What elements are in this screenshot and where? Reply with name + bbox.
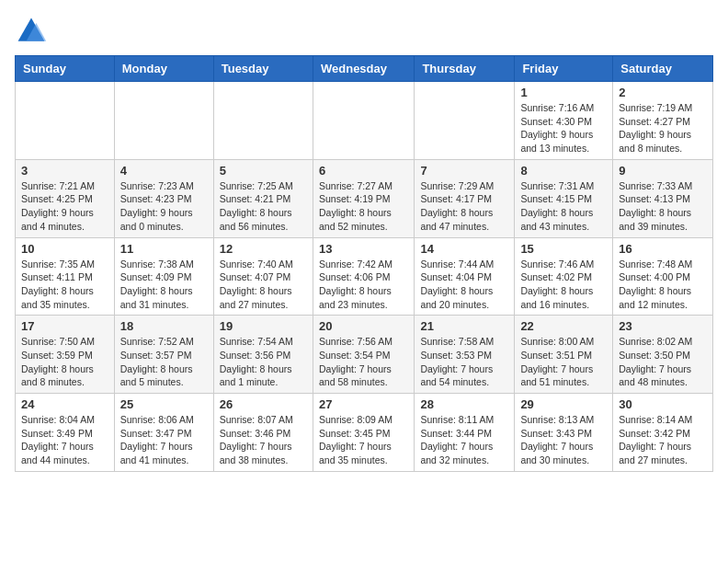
day-info: Sunrise: 7:16 AM Sunset: 4:30 PM Dayligh… — [520, 101, 607, 155]
day-of-week-header: Tuesday — [213, 56, 313, 82]
day-info: Sunrise: 8:06 AM Sunset: 3:47 PM Dayligh… — [120, 413, 208, 467]
day-info: Sunrise: 8:09 AM Sunset: 3:45 PM Dayligh… — [319, 413, 408, 467]
calendar-cell: 2Sunrise: 7:19 AM Sunset: 4:27 PM Daylig… — [613, 82, 713, 160]
calendar-table: SundayMondayTuesdayWednesdayThursdayFrid… — [15, 55, 713, 472]
calendar-cell: 21Sunrise: 7:58 AM Sunset: 3:53 PM Dayli… — [415, 316, 515, 394]
day-info: Sunrise: 8:02 AM Sunset: 3:50 PM Dayligh… — [619, 335, 707, 389]
day-number: 24 — [21, 397, 108, 411]
day-number: 5 — [220, 164, 307, 178]
day-info: Sunrise: 8:07 AM Sunset: 3:46 PM Dayligh… — [220, 413, 307, 467]
day-info: Sunrise: 7:56 AM Sunset: 3:54 PM Dayligh… — [319, 335, 408, 389]
day-number: 21 — [420, 319, 508, 333]
calendar-cell: 16Sunrise: 7:48 AM Sunset: 4:00 PM Dayli… — [613, 237, 713, 316]
calendar-cell: 9Sunrise: 7:33 AM Sunset: 4:13 PM Daylig… — [613, 159, 713, 237]
day-number: 20 — [319, 319, 408, 333]
calendar-cell: 8Sunrise: 7:31 AM Sunset: 4:15 PM Daylig… — [515, 159, 613, 237]
day-number: 3 — [21, 164, 108, 178]
day-info: Sunrise: 7:27 AM Sunset: 4:19 PM Dayligh… — [319, 179, 408, 234]
day-info: Sunrise: 7:25 AM Sunset: 4:21 PM Dayligh… — [220, 179, 307, 234]
day-info: Sunrise: 7:42 AM Sunset: 4:06 PM Dayligh… — [319, 258, 408, 312]
calendar-cell — [16, 82, 115, 160]
day-of-week-header: Wednesday — [313, 56, 414, 82]
calendar-cell: 6Sunrise: 7:27 AM Sunset: 4:19 PM Daylig… — [313, 159, 414, 237]
calendar-cell: 4Sunrise: 7:23 AM Sunset: 4:23 PM Daylig… — [114, 159, 213, 237]
calendar-cell: 28Sunrise: 8:11 AM Sunset: 3:44 PM Dayli… — [415, 394, 515, 472]
day-info: Sunrise: 7:54 AM Sunset: 3:56 PM Dayligh… — [220, 335, 307, 389]
day-info: Sunrise: 7:52 AM Sunset: 3:57 PM Dayligh… — [120, 335, 208, 389]
day-number: 29 — [520, 397, 607, 411]
logo-icon — [15, 15, 48, 48]
day-number: 23 — [619, 319, 707, 333]
day-number: 13 — [319, 242, 408, 256]
day-info: Sunrise: 7:35 AM Sunset: 4:11 PM Dayligh… — [21, 258, 108, 312]
calendar-cell — [313, 82, 414, 160]
calendar-cell: 11Sunrise: 7:38 AM Sunset: 4:09 PM Dayli… — [114, 237, 213, 316]
calendar-week-row: 24Sunrise: 8:04 AM Sunset: 3:49 PM Dayli… — [16, 394, 713, 472]
calendar-cell: 3Sunrise: 7:21 AM Sunset: 4:25 PM Daylig… — [16, 159, 115, 237]
calendar-cell: 5Sunrise: 7:25 AM Sunset: 4:21 PM Daylig… — [213, 159, 313, 237]
day-number: 19 — [220, 319, 307, 333]
day-info: Sunrise: 8:04 AM Sunset: 3:49 PM Dayligh… — [21, 413, 108, 467]
day-info: Sunrise: 8:13 AM Sunset: 3:43 PM Dayligh… — [520, 413, 607, 467]
page-header — [15, 15, 713, 48]
day-info: Sunrise: 7:40 AM Sunset: 4:07 PM Dayligh… — [220, 258, 307, 312]
calendar-cell: 7Sunrise: 7:29 AM Sunset: 4:17 PM Daylig… — [415, 159, 515, 237]
day-number: 26 — [220, 397, 307, 411]
calendar-cell: 1Sunrise: 7:16 AM Sunset: 4:30 PM Daylig… — [515, 82, 613, 160]
day-of-week-header: Saturday — [613, 56, 713, 82]
day-number: 22 — [520, 319, 607, 333]
calendar-week-row: 1Sunrise: 7:16 AM Sunset: 4:30 PM Daylig… — [16, 82, 713, 160]
calendar-week-row: 10Sunrise: 7:35 AM Sunset: 4:11 PM Dayli… — [16, 237, 713, 316]
calendar-cell: 14Sunrise: 7:44 AM Sunset: 4:04 PM Dayli… — [415, 237, 515, 316]
calendar-cell: 10Sunrise: 7:35 AM Sunset: 4:11 PM Dayli… — [16, 237, 115, 316]
calendar-cell: 12Sunrise: 7:40 AM Sunset: 4:07 PM Dayli… — [213, 237, 313, 316]
day-number: 8 — [520, 164, 607, 178]
day-info: Sunrise: 8:14 AM Sunset: 3:42 PM Dayligh… — [619, 413, 707, 467]
calendar-week-row: 17Sunrise: 7:50 AM Sunset: 3:59 PM Dayli… — [16, 316, 713, 394]
calendar-header-row: SundayMondayTuesdayWednesdayThursdayFrid… — [16, 56, 713, 82]
day-number: 1 — [520, 86, 607, 99]
day-info: Sunrise: 7:21 AM Sunset: 4:25 PM Dayligh… — [21, 179, 108, 234]
calendar-cell: 22Sunrise: 8:00 AM Sunset: 3:51 PM Dayli… — [515, 316, 613, 394]
calendar-cell: 27Sunrise: 8:09 AM Sunset: 3:45 PM Dayli… — [313, 394, 414, 472]
day-info: Sunrise: 7:29 AM Sunset: 4:17 PM Dayligh… — [420, 179, 508, 234]
calendar-cell: 19Sunrise: 7:54 AM Sunset: 3:56 PM Dayli… — [213, 316, 313, 394]
day-number: 28 — [420, 397, 508, 411]
day-info: Sunrise: 7:23 AM Sunset: 4:23 PM Dayligh… — [120, 179, 208, 234]
calendar-cell: 18Sunrise: 7:52 AM Sunset: 3:57 PM Dayli… — [114, 316, 213, 394]
calendar-cell — [213, 82, 313, 160]
day-info: Sunrise: 8:00 AM Sunset: 3:51 PM Dayligh… — [520, 335, 607, 389]
day-info: Sunrise: 7:38 AM Sunset: 4:09 PM Dayligh… — [120, 258, 208, 312]
day-number: 17 — [21, 319, 108, 333]
calendar-week-row: 3Sunrise: 7:21 AM Sunset: 4:25 PM Daylig… — [16, 159, 713, 237]
day-info: Sunrise: 8:11 AM Sunset: 3:44 PM Dayligh… — [420, 413, 508, 467]
day-info: Sunrise: 7:33 AM Sunset: 4:13 PM Dayligh… — [619, 179, 707, 234]
day-of-week-header: Friday — [515, 56, 613, 82]
calendar-cell: 15Sunrise: 7:46 AM Sunset: 4:02 PM Dayli… — [515, 237, 613, 316]
day-info: Sunrise: 7:19 AM Sunset: 4:27 PM Dayligh… — [619, 101, 707, 155]
day-number: 7 — [420, 164, 508, 178]
day-number: 16 — [619, 242, 707, 256]
day-number: 4 — [120, 164, 208, 178]
calendar-cell: 23Sunrise: 8:02 AM Sunset: 3:50 PM Dayli… — [613, 316, 713, 394]
calendar-cell: 25Sunrise: 8:06 AM Sunset: 3:47 PM Dayli… — [114, 394, 213, 472]
day-number: 25 — [120, 397, 208, 411]
day-of-week-header: Sunday — [16, 56, 115, 82]
day-info: Sunrise: 7:46 AM Sunset: 4:02 PM Dayligh… — [520, 258, 607, 312]
day-number: 11 — [120, 242, 208, 256]
day-number: 12 — [220, 242, 307, 256]
day-info: Sunrise: 7:58 AM Sunset: 3:53 PM Dayligh… — [420, 335, 508, 389]
day-info: Sunrise: 7:50 AM Sunset: 3:59 PM Dayligh… — [21, 335, 108, 389]
day-info: Sunrise: 7:48 AM Sunset: 4:00 PM Dayligh… — [619, 258, 707, 312]
day-info: Sunrise: 7:31 AM Sunset: 4:15 PM Dayligh… — [520, 179, 607, 234]
day-number: 10 — [21, 242, 108, 256]
logo — [15, 15, 51, 48]
calendar-cell — [415, 82, 515, 160]
day-info: Sunrise: 7:44 AM Sunset: 4:04 PM Dayligh… — [420, 258, 508, 312]
calendar-cell: 20Sunrise: 7:56 AM Sunset: 3:54 PM Dayli… — [313, 316, 414, 394]
calendar-cell: 30Sunrise: 8:14 AM Sunset: 3:42 PM Dayli… — [613, 394, 713, 472]
day-number: 6 — [319, 164, 408, 178]
calendar-cell: 13Sunrise: 7:42 AM Sunset: 4:06 PM Dayli… — [313, 237, 414, 316]
calendar-cell — [114, 82, 213, 160]
calendar-cell: 17Sunrise: 7:50 AM Sunset: 3:59 PM Dayli… — [16, 316, 115, 394]
